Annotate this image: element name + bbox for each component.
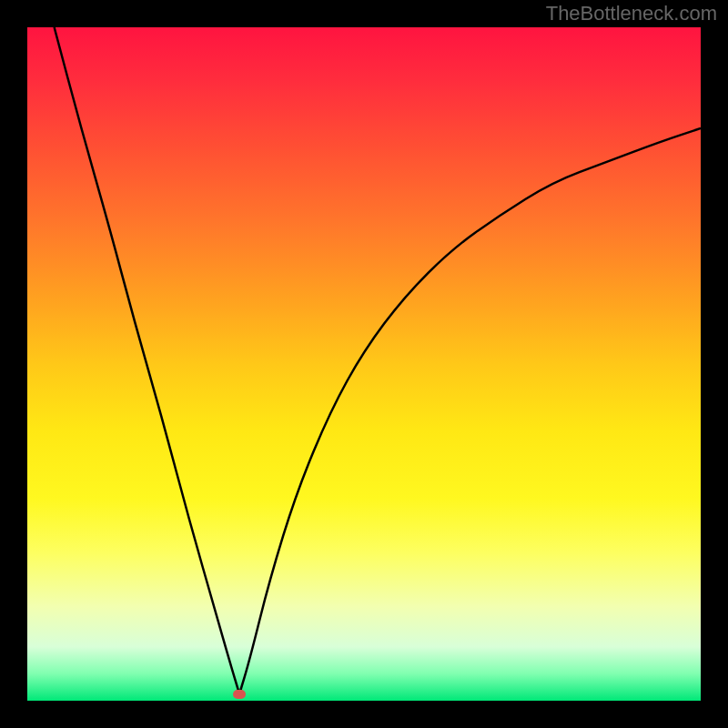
watermark-text: TheBottleneck.com	[546, 2, 717, 25]
bottleneck-curve	[27, 27, 701, 701]
curve-left-branch	[55, 27, 240, 694]
plot-area	[27, 27, 701, 701]
curve-right-branch	[239, 128, 701, 694]
optimum-marker	[233, 690, 246, 699]
